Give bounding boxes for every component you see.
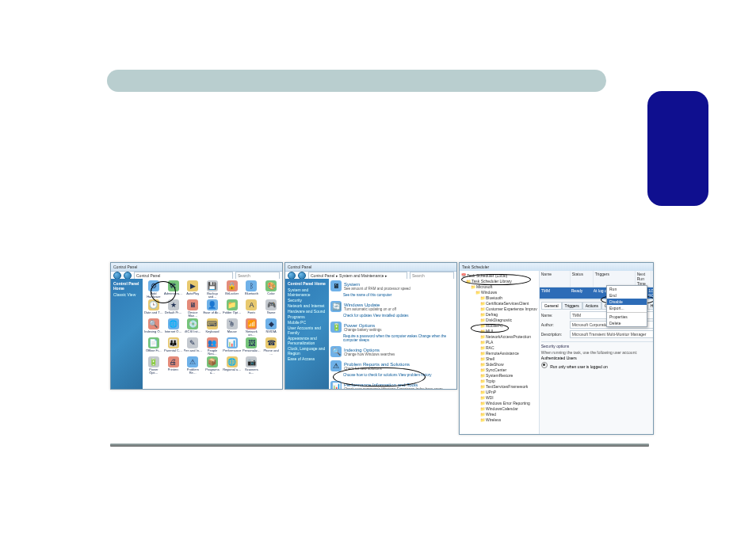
cp-item[interactable]: 👤Ease of Ac… (203, 299, 222, 318)
menu-end[interactable]: End (607, 292, 647, 299)
tree-folder[interactable]: DiskDiagnostic (480, 318, 537, 322)
tree-folder[interactable]: TextServicesFramework (480, 384, 537, 389)
tab-general[interactable]: General (541, 302, 562, 309)
tree-folder[interactable]: Wired (480, 412, 537, 417)
radio-logged-on[interactable] (541, 362, 548, 368)
tree-library[interactable]: Task Scheduler Library (466, 279, 537, 284)
cp-item[interactable]: ★Default Pr… (164, 299, 183, 318)
tree-windows[interactable]: Windows (475, 290, 537, 295)
cp-item[interactable]: 🖥Device Man… (183, 299, 202, 318)
tree-folder[interactable]: CertificateServicesClient (480, 301, 537, 306)
col-last[interactable]: Last Run Time (651, 271, 654, 287)
tree-folder[interactable]: WDI (480, 395, 537, 400)
security-user: Authenticated Users (541, 356, 654, 360)
cp-icon-glyph: 🔍 (148, 318, 159, 329)
cp-item[interactable]: 🔋Power Opti… (144, 356, 163, 375)
section-title[interactable]: Problem Reports and Solutions (344, 362, 410, 367)
section: 🔍Indexing OptionsChange how Windows sear… (329, 345, 456, 359)
cp-item[interactable]: 📦Programs a… (203, 356, 222, 375)
sidebar-category[interactable]: Appearance and Personalization (288, 336, 331, 345)
sidebar-category[interactable]: Security (288, 298, 331, 303)
cp-item[interactable]: 📄Offline Fi… (144, 337, 163, 356)
cp-item[interactable]: ✎Pen and In… (183, 337, 202, 356)
tree-folder[interactable]: NetworkAccessProtection (480, 334, 537, 339)
section-link[interactable]: Require a password when the computer wak… (343, 334, 456, 342)
section-link[interactable]: Check for updates View installed updates (343, 314, 456, 318)
menu-run[interactable]: Run (607, 286, 647, 292)
tree-folder[interactable]: RAC (480, 345, 537, 350)
desc-field[interactable]: Microsoft Transient Multi-Monitor Manage… (570, 330, 654, 338)
col-next[interactable]: Next Run Time (636, 271, 651, 287)
cp-item[interactable]: 💿iSCSI Init… (183, 318, 202, 337)
tree-folder[interactable]: SyncCenter (480, 367, 537, 372)
tree-folder[interactable]: UPnP (480, 390, 537, 394)
col-triggers[interactable]: Triggers (594, 271, 636, 287)
cp-item[interactable]: 🕒Date and T… (144, 299, 163, 318)
sidebar-category[interactable]: System and Maintenance (288, 287, 331, 297)
sidebar-category[interactable]: Programs (288, 314, 331, 319)
menu-disable[interactable]: Disable (607, 299, 647, 305)
cp-item[interactable]: ☎Phone and … (262, 337, 281, 356)
menu-properties[interactable]: Properties (607, 314, 647, 320)
tree-folder[interactable]: SystemRestore (480, 373, 537, 378)
cp-item[interactable]: 🖱Mouse (223, 318, 242, 337)
cp-item[interactable]: 👪Parental C… (164, 337, 183, 356)
cp-item[interactable]: ◆NVIDIA (262, 318, 281, 337)
tree-folder[interactable]: MUI (480, 329, 537, 333)
cp-item[interactable]: 🛠Administra… (164, 280, 183, 299)
cp-item[interactable]: ⚙Add Hardware (144, 280, 163, 299)
sidebar-category[interactable]: Mobile PC (288, 320, 331, 325)
cp-item[interactable]: ⌨Keyboard (203, 318, 222, 337)
menu-export[interactable]: Export... (607, 305, 647, 311)
col-status[interactable]: Status (571, 271, 594, 287)
section-link[interactable]: Choose how to check for solutions View p… (343, 373, 456, 377)
col-name[interactable]: Name (540, 271, 571, 287)
tree-folder[interactable]: PLA (480, 340, 537, 345)
tree-folder[interactable]: Windows Error Reporting (480, 401, 537, 405)
cp-item[interactable]: 👥People Nea… (203, 337, 222, 356)
cp-item[interactable]: 🖼Personaliz… (242, 337, 262, 356)
tree-folder[interactable]: SideShow (480, 362, 537, 367)
tree-folder[interactable]: Bluetooth (480, 295, 537, 300)
tree-microsoft[interactable]: Microsoft (471, 284, 537, 289)
tab-history[interactable]: History (647, 302, 654, 309)
cp-item[interactable]: 🎨Color (262, 280, 281, 299)
tree-folder[interactable]: WindowsCalendar (480, 406, 537, 411)
cp-item[interactable]: ⚠Problem Re… (183, 356, 202, 375)
cp-item[interactable]: 💾Backup and… (203, 280, 222, 299)
tab-actions[interactable]: Actions (582, 302, 601, 309)
cp-item[interactable]: 🌐Regional a… (223, 356, 242, 375)
cp-item[interactable]: 🔍Indexing O… (144, 318, 163, 337)
tree-folder[interactable]: Customer Experience Improv (480, 306, 537, 311)
cp-item[interactable]: 📷Scanners a… (242, 356, 262, 375)
cp-item[interactable]: 🔒BitLocker (223, 280, 242, 299)
cp-item[interactable]: 🎮Game (262, 299, 281, 318)
tree-root[interactable]: 📅 Task Scheduler (Local) (461, 273, 537, 278)
tree-folder[interactable]: Defrag (480, 312, 537, 317)
sidebar-category[interactable]: Network and Internet (288, 303, 331, 308)
cp-item[interactable]: 🖨Printers (164, 356, 183, 375)
sidebar-link-classic[interactable]: Classic View (113, 292, 145, 297)
cp-item[interactable]: ᛒBluetooth (242, 280, 262, 299)
tree-folder[interactable]: RemoteAssistance (480, 351, 537, 356)
cp-item[interactable]: 🌐Internet O… (164, 318, 183, 337)
tab-triggers[interactable]: Triggers (562, 302, 582, 309)
sidebar-category[interactable]: Hardware and Sound (288, 309, 331, 314)
sidebar-category[interactable]: Ease of Access (288, 356, 331, 361)
cp-item[interactable]: 📁Folder Opt… (223, 299, 242, 318)
section-link[interactable]: See the name of this computer (343, 293, 456, 297)
cp-icon-glyph: ⚠ (187, 356, 198, 367)
sidebar-category[interactable]: User Accounts and Family (288, 326, 331, 335)
cp-item[interactable]: ▶AutoPlay (183, 280, 202, 299)
cp-item[interactable]: 📊Performance (223, 337, 242, 356)
cp-icon-label: Printers (168, 368, 179, 371)
tree-folder[interactable]: Shell (480, 356, 537, 361)
tree-folder[interactable]: Tcpip (480, 379, 537, 383)
cp-item[interactable]: 📶Network an… (242, 318, 262, 337)
cp-item[interactable]: AFonts (242, 299, 262, 318)
tree-folder[interactable]: Wireless (480, 417, 537, 422)
sidebar-category[interactable]: Clock, Language and Region (288, 346, 331, 356)
tree-pane: 📅 Task Scheduler (Local) Task Scheduler … (460, 271, 540, 434)
tree-folder[interactable]: MobilePC (480, 323, 537, 328)
menu-delete[interactable]: Delete (607, 320, 647, 326)
